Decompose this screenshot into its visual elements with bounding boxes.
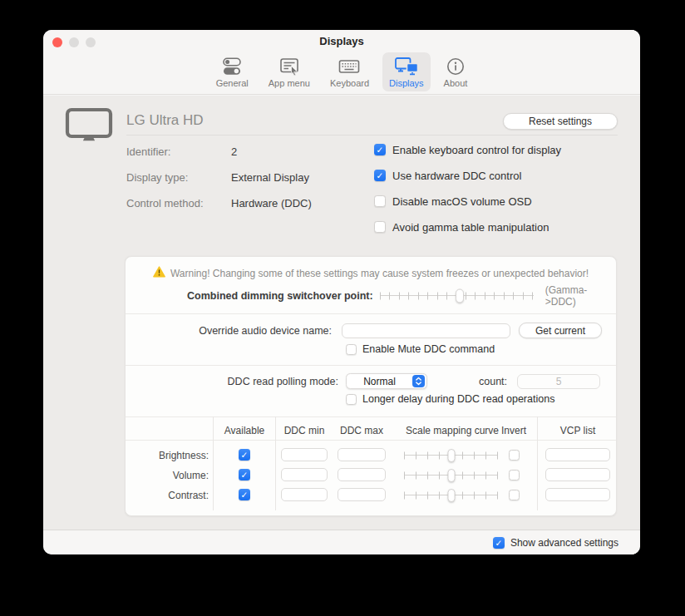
panel-divider <box>126 313 616 314</box>
info-row-control-method: Control method: Hardware (DDC) <box>126 197 312 209</box>
option-avoid-gamma[interactable]: Avoid gamma table manipulation <box>374 221 561 233</box>
option-label: Enable keyboard control for display <box>392 144 561 156</box>
polling-mode-dropdown[interactable]: Normal <box>346 373 427 389</box>
checkbox-checked[interactable] <box>374 144 386 155</box>
info-value: 2 <box>231 145 237 157</box>
audio-label: Override audio device name: <box>126 325 332 337</box>
audio-device-input[interactable] <box>342 323 510 338</box>
content-area: LG Ultra HD Reset settings Identifier: 2… <box>43 96 640 530</box>
row-label: Brightness: <box>126 450 209 461</box>
delay-checkbox-row[interactable]: Longer delay during DDC read operations <box>346 393 554 405</box>
option-hardware-ddc[interactable]: Use hardware DDC control <box>374 170 561 181</box>
option-disable-osd[interactable]: Disable macOS volume OSD <box>374 195 561 207</box>
vcp-list-input[interactable] <box>545 488 610 501</box>
mute-label: Enable Mute DDC command <box>362 343 495 355</box>
ddc-min-input[interactable] <box>281 488 328 501</box>
available-checkbox-checked[interactable] <box>239 449 250 461</box>
display-name: LG Ultra HD <box>126 112 204 129</box>
warning-row: Warning! Changing some of these settings… <box>126 266 616 281</box>
mute-checkbox-row[interactable]: Enable Mute DDC command <box>346 343 495 355</box>
invert-checkbox-unchecked[interactable] <box>509 470 520 480</box>
scale-mapping-slider[interactable] <box>404 468 498 482</box>
table-header-divider <box>126 440 616 441</box>
tab-keyboard[interactable]: Keyboard <box>323 52 376 91</box>
titlebar: Displays General App menu Keyboard <box>43 30 640 95</box>
available-checkbox-checked[interactable] <box>239 489 250 500</box>
option-label: Disable macOS volume OSD <box>392 195 532 208</box>
dimming-label: Combined dimming switchover point: <box>126 290 373 302</box>
warning-text: Warning! Changing some of these settings… <box>170 268 589 279</box>
tab-label: Keyboard <box>330 78 369 88</box>
slider-thumb[interactable] <box>447 469 455 482</box>
show-advanced-checkbox-row[interactable]: Show advanced settings <box>493 537 618 549</box>
col-header: Available <box>224 425 264 436</box>
display-info: Identifier: 2 Display type: External Dis… <box>126 145 312 223</box>
slider-thumb[interactable] <box>447 449 455 462</box>
displays-icon <box>394 56 419 77</box>
count-input <box>517 374 600 389</box>
scale-mapping-slider[interactable] <box>404 488 498 502</box>
checkbox-unchecked[interactable] <box>374 221 386 233</box>
toolbar: General App menu Keyboard Displays <box>43 52 640 91</box>
tab-displays[interactable]: Displays <box>382 52 431 91</box>
info-value: Hardware (DDC) <box>231 197 312 209</box>
invert-checkbox-unchecked[interactable] <box>509 490 520 500</box>
available-checkbox-checked[interactable] <box>239 469 250 480</box>
polling-label: DDC read polling mode: <box>126 376 338 387</box>
dropdown-value: Normal <box>347 376 412 387</box>
col-header: DDC min <box>284 425 325 436</box>
tab-label: Displays <box>389 78 424 88</box>
option-label: Use hardware DDC control <box>392 170 521 182</box>
table-row-volume: Volume: <box>126 468 616 482</box>
menu-cursor-icon <box>278 56 300 77</box>
col-header: Scale mapping curve <box>406 425 499 436</box>
audio-row: Override audio device name: Get current <box>126 323 616 338</box>
dimming-suffix: (Gamma->DDC) <box>545 284 616 308</box>
slider-thumb[interactable] <box>447 489 455 502</box>
checkbox-unchecked[interactable] <box>374 195 386 207</box>
info-label: Identifier: <box>126 145 231 157</box>
info-value: External Display <box>231 171 309 183</box>
checkbox-unchecked[interactable] <box>346 344 357 355</box>
show-advanced-label: Show advanced settings <box>510 537 618 549</box>
tab-about[interactable]: About <box>437 52 475 91</box>
tab-app-menu[interactable]: App menu <box>262 52 317 91</box>
count-label: count: <box>479 376 507 387</box>
toggles-icon <box>221 56 243 77</box>
info-label: Display type: <box>126 171 231 183</box>
dimming-row: Combined dimming switchover point: (Gamm… <box>126 288 616 303</box>
table-header: Available DDC min DDC max Scale mapping … <box>126 421 616 440</box>
info-row-display-type: Display type: External Display <box>126 171 312 183</box>
ddc-max-input[interactable] <box>338 448 386 461</box>
checkbox-unchecked[interactable] <box>346 394 357 405</box>
invert-checkbox-unchecked[interactable] <box>509 450 520 461</box>
ddc-min-input[interactable] <box>281 448 328 461</box>
tab-general[interactable]: General <box>209 52 255 91</box>
vcp-list-input[interactable] <box>545 448 610 461</box>
tab-label: About <box>444 78 468 88</box>
get-current-button[interactable]: Get current <box>519 323 602 338</box>
col-header: DDC max <box>340 425 383 436</box>
option-label: Avoid gamma table manipulation <box>392 221 549 234</box>
ddc-max-input[interactable] <box>338 468 386 481</box>
scale-mapping-slider[interactable] <box>404 448 498 462</box>
ddc-min-input[interactable] <box>281 468 328 481</box>
col-header: Invert <box>501 425 526 436</box>
dimming-slider[interactable] <box>380 288 534 303</box>
option-keyboard-control[interactable]: Enable keyboard control for display <box>374 144 561 155</box>
displays-preferences-window: Displays General App menu Keyboard <box>43 30 640 554</box>
delay-label: Longer delay during DDC read operations <box>362 393 554 405</box>
reset-settings-button[interactable]: Reset settings <box>503 113 618 130</box>
warning-icon <box>153 266 165 281</box>
window-title: Displays <box>43 35 640 47</box>
info-row-identifier: Identifier: 2 <box>126 145 312 157</box>
vcp-list-input[interactable] <box>545 468 610 481</box>
ddc-max-input[interactable] <box>338 488 386 501</box>
slider-thumb[interactable] <box>456 288 464 303</box>
keyboard-icon <box>338 56 361 77</box>
table-row-contrast: Contrast: <box>126 488 616 502</box>
checkbox-checked[interactable] <box>493 537 505 549</box>
checkbox-checked[interactable] <box>374 170 386 181</box>
panel-divider <box>126 416 616 417</box>
stepper-icon <box>412 375 425 387</box>
